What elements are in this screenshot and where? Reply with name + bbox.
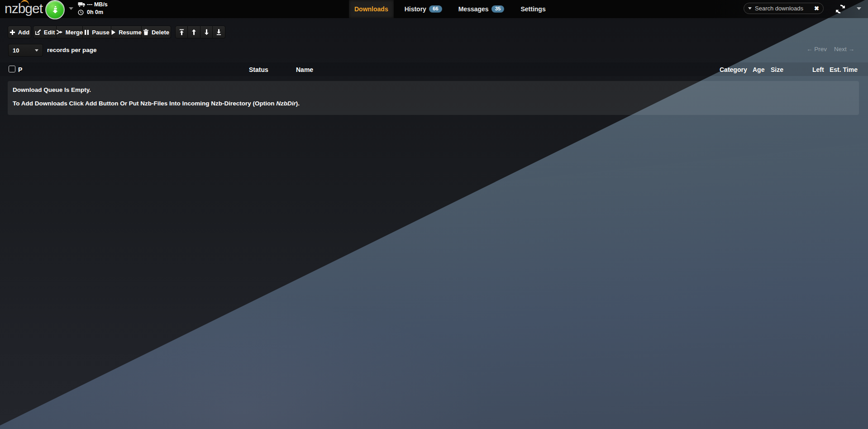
queue-actions-group: Edit Merge Pause Resume — [33, 26, 171, 38]
speed-value: --- MB/s — [87, 1, 108, 8]
column-name: Name — [296, 66, 313, 73]
play-icon — [111, 29, 116, 35]
column-category: Category — [720, 66, 747, 73]
refresh-button[interactable] — [835, 4, 846, 14]
history-count-badge: 66 — [429, 5, 442, 13]
arrow-to-bottom-icon — [216, 29, 222, 35]
arrow-down-icon — [204, 29, 210, 35]
nav-tabs: Downloads History 66 Messages 35 Setting… — [349, 0, 551, 18]
column-age: Age — [753, 66, 764, 73]
download-arrow-icon — [50, 5, 60, 15]
select-caret-icon — [35, 49, 38, 52]
merge-button[interactable]: Merge — [57, 26, 83, 38]
resume-button[interactable]: Resume — [111, 26, 142, 38]
search-input[interactable] — [755, 5, 811, 12]
empty-queue-message: To Add Downloads Click Add Button Or Put… — [13, 100, 300, 107]
search-box: ✖ — [744, 3, 824, 14]
search-options-caret-icon[interactable] — [748, 7, 752, 10]
empty-queue-panel: Download Queue Is Empty. To Add Download… — [8, 81, 859, 115]
arrow-to-top-icon — [179, 29, 185, 35]
prev-page-link[interactable]: ← Prev — [806, 46, 827, 52]
delete-button[interactable]: Delete — [142, 26, 171, 38]
play-pause-button[interactable] — [45, 0, 65, 19]
clock-icon — [78, 10, 84, 15]
move-top-button[interactable] — [175, 26, 188, 38]
move-actions-group — [175, 26, 225, 38]
column-status: Status — [249, 66, 268, 73]
column-size: Size — [771, 66, 783, 73]
speed-truck-icon — [78, 2, 86, 7]
nzbdir-option-ref: NzbDir — [276, 100, 296, 107]
play-menu-caret-icon[interactable] — [69, 7, 73, 10]
move-up-button[interactable] — [188, 26, 200, 38]
trash-icon — [143, 29, 149, 35]
column-priority: P — [18, 66, 22, 73]
next-page-link[interactable]: Next → — [834, 46, 854, 52]
merge-icon — [56, 29, 63, 35]
add-button[interactable]: Add — [8, 26, 31, 38]
uptime-value: 0h 0m — [87, 9, 103, 15]
tab-downloads[interactable]: Downloads — [349, 0, 394, 18]
pause-button[interactable]: Pause — [83, 26, 111, 38]
edit-button[interactable]: Edit — [33, 26, 57, 38]
search-clear-icon[interactable]: ✖ — [814, 5, 819, 12]
arrow-up-icon — [191, 29, 197, 35]
tab-settings[interactable]: Settings — [515, 0, 551, 18]
edit-icon — [35, 29, 41, 35]
tab-messages[interactable]: Messages 35 — [453, 0, 510, 18]
messages-count-badge: 35 — [491, 5, 505, 13]
refresh-interval-caret-icon[interactable] — [857, 7, 861, 10]
top-navbar: nzbget --- MB/s — [0, 0, 868, 18]
records-per-page-label: records per page — [47, 47, 97, 53]
tab-history[interactable]: History 66 — [399, 0, 448, 18]
pause-icon — [84, 29, 89, 35]
refresh-icon — [835, 4, 846, 14]
plus-icon — [10, 29, 15, 35]
move-down-button[interactable] — [200, 26, 213, 38]
empty-queue-title: Download Queue Is Empty. — [13, 86, 91, 93]
column-est-time: Est. Time — [830, 66, 858, 73]
column-left: Left — [812, 66, 824, 73]
records-per-page-select[interactable]: 10 — [8, 44, 43, 57]
app-root: nzbget --- MB/s — [0, 0, 868, 429]
move-bottom-button[interactable] — [213, 26, 225, 38]
select-all-checkbox[interactable] — [9, 66, 15, 72]
